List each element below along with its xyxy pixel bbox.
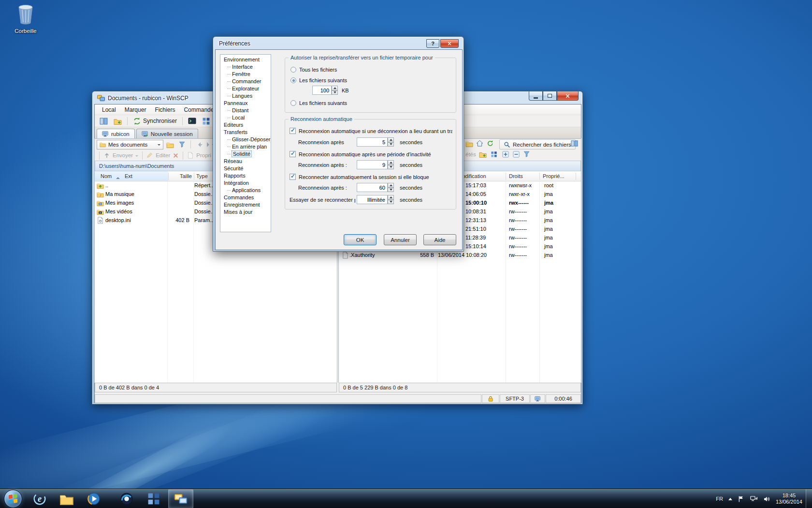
help-button[interactable]: Aide bbox=[423, 234, 456, 245]
hidden-icons-arrow[interactable] bbox=[728, 496, 732, 500]
tree-item-commander[interactable]: Commander bbox=[220, 78, 271, 85]
tree-item-editeurs[interactable]: Editeurs bbox=[220, 121, 271, 129]
security-lock-section[interactable] bbox=[482, 394, 499, 403]
tree-item-fenetre[interactable]: Fenêtre bbox=[220, 71, 271, 78]
column-header-droits[interactable]: Droits bbox=[509, 173, 523, 179]
spin-up[interactable] bbox=[388, 195, 394, 200]
threshold-input[interactable]: 100 bbox=[312, 86, 332, 95]
action-center-flag-icon[interactable] bbox=[738, 495, 745, 503]
transfer-mode-button[interactable] bbox=[200, 116, 212, 126]
tree-item-solidite[interactable]: Solidité bbox=[220, 150, 271, 158]
session-icon-section[interactable] bbox=[530, 394, 545, 403]
home-directory-button[interactable] bbox=[476, 140, 483, 147]
edit-button[interactable]: Editer bbox=[156, 152, 170, 158]
tree-item-glisser-deposer[interactable]: Glisser-Déposer bbox=[220, 136, 271, 143]
tree-item-interface[interactable]: Interface bbox=[220, 63, 271, 71]
radio-fichiers-suivants[interactable] bbox=[290, 77, 296, 83]
close-button[interactable] bbox=[557, 91, 579, 101]
reconnect-delay-input-2[interactable]: 9 bbox=[357, 160, 388, 169]
tab-rubicon[interactable]: rubicon bbox=[97, 129, 135, 139]
cancel-button[interactable]: Annuler bbox=[384, 234, 417, 245]
open-directory-button[interactable] bbox=[165, 140, 175, 149]
recycle-bin[interactable]: Corbeille bbox=[7, 4, 44, 34]
winscp-titlebar[interactable]: Documents - rubicon - WinSCP bbox=[97, 93, 188, 103]
dialog-titlebar[interactable]: Préférences bbox=[219, 39, 250, 48]
tree-item-reseau[interactable]: Réseau bbox=[220, 158, 271, 165]
dialog-close-button[interactable] bbox=[440, 39, 459, 48]
menu-local[interactable]: Local bbox=[98, 105, 120, 115]
spin-down[interactable] bbox=[332, 90, 338, 95]
reconnect-delay-spinner-1[interactable] bbox=[388, 137, 394, 147]
checkbox-reconnect-transfer[interactable] bbox=[290, 128, 296, 134]
search-files-button[interactable]: Rechercher des fichiers bbox=[499, 139, 576, 149]
taskbar-app-button[interactable] bbox=[141, 489, 166, 508]
tree-item-environnement[interactable]: Environnement bbox=[220, 56, 271, 63]
reconnect-duration-spinner[interactable] bbox=[388, 195, 394, 204]
column-header-taille[interactable]: Taille bbox=[169, 173, 192, 179]
radio-tous-les-fichiers[interactable] bbox=[290, 67, 296, 73]
spin-down[interactable] bbox=[388, 142, 394, 147]
spin-down[interactable] bbox=[388, 188, 394, 193]
tree-item-arriere-plan[interactable]: En arrière plan bbox=[220, 143, 271, 150]
layout-button[interactable] bbox=[98, 116, 110, 126]
remote-filter-button[interactable] bbox=[523, 151, 530, 158]
bookmarks-button[interactable] bbox=[112, 116, 124, 126]
spin-up[interactable] bbox=[332, 86, 338, 90]
tree-item-securite[interactable]: Sécurité bbox=[220, 165, 271, 172]
tree-item-transferts[interactable]: Transferts bbox=[220, 129, 271, 136]
taskbar-media-player-button[interactable] bbox=[81, 489, 106, 508]
language-indicator[interactable]: FR bbox=[716, 496, 723, 502]
taskbar-explorer-button[interactable] bbox=[54, 489, 79, 508]
synchronize-button[interactable]: Synchroniser bbox=[131, 116, 179, 126]
tree-item-enregistrement[interactable]: Enregistrement bbox=[220, 201, 271, 209]
table-row[interactable]: .Xauthority 558 B 13/06/2014 10:08:20 rw… bbox=[339, 251, 581, 260]
maximize-button[interactable] bbox=[543, 91, 557, 101]
volume-icon[interactable] bbox=[763, 495, 770, 503]
tree-item-mises-a-jour[interactable]: Mises à jour bbox=[220, 209, 271, 216]
start-button[interactable] bbox=[4, 490, 22, 508]
reconnect-delay-input-1[interactable]: 5 bbox=[357, 137, 388, 147]
tree-item-langues[interactable]: Langues bbox=[220, 92, 271, 100]
select-add-button[interactable] bbox=[502, 151, 509, 158]
tree-item-panneaux[interactable]: Panneaux bbox=[220, 100, 271, 107]
menu-marquer[interactable]: Marquer bbox=[120, 105, 151, 115]
send-button[interactable]: Envoyer bbox=[113, 152, 133, 158]
tree-item-integration[interactable]: Intégration bbox=[220, 179, 271, 187]
tab-new-session[interactable]: Nouvelle session bbox=[136, 129, 198, 139]
checkbox-reconnect-stall[interactable] bbox=[290, 174, 296, 180]
spin-up[interactable] bbox=[388, 160, 394, 165]
taskbar-winscp-button[interactable] bbox=[168, 489, 193, 508]
remote-open-directory-button[interactable] bbox=[465, 140, 473, 148]
checkbox-reconnect-idle[interactable] bbox=[290, 151, 296, 157]
spin-down[interactable] bbox=[388, 200, 394, 205]
console-button[interactable] bbox=[186, 116, 198, 126]
spin-up[interactable] bbox=[388, 137, 394, 142]
taskbar-ie-button[interactable]: e bbox=[27, 489, 52, 508]
spin-down[interactable] bbox=[388, 165, 394, 170]
new-directory-button[interactable] bbox=[479, 150, 487, 158]
spin-up[interactable] bbox=[388, 183, 394, 188]
directory-tree-button[interactable] bbox=[571, 140, 578, 147]
reconnect-delay-spinner-2[interactable] bbox=[388, 160, 394, 169]
properties-button[interactable]: Propri bbox=[196, 152, 211, 158]
reconnect-duration-input[interactable]: Illimitée bbox=[357, 195, 388, 204]
minimize-button[interactable] bbox=[529, 91, 543, 101]
tree-item-local[interactable]: Local bbox=[220, 114, 271, 121]
taskbar-browser-button[interactable] bbox=[114, 489, 139, 508]
network-icon[interactable] bbox=[750, 495, 758, 503]
column-header-proprietaire[interactable]: Proprié... bbox=[543, 173, 565, 179]
tree-item-explorateur[interactable]: Explorateur bbox=[220, 85, 271, 92]
back-button[interactable] bbox=[194, 140, 204, 149]
radio-fichiers-suivants-2[interactable] bbox=[290, 100, 296, 106]
filter-button[interactable] bbox=[177, 140, 188, 149]
tree-item-applications[interactable]: Applications bbox=[220, 187, 271, 194]
column-header-type[interactable]: Type bbox=[196, 173, 208, 179]
reconnect-delay-spinner-3[interactable] bbox=[388, 183, 394, 192]
reconnect-delay-input-3[interactable]: 60 bbox=[357, 183, 388, 192]
tree-item-rapports[interactable]: Rapports bbox=[220, 172, 271, 179]
column-header-nom[interactable]: Nom bbox=[101, 173, 112, 179]
menu-fichiers[interactable]: Fichiers bbox=[150, 105, 179, 115]
tree-item-distant[interactable]: Distant bbox=[220, 107, 271, 114]
refresh-button[interactable] bbox=[487, 140, 494, 147]
taskbar-clock[interactable]: 18:45 13/06/2014 bbox=[776, 493, 802, 505]
